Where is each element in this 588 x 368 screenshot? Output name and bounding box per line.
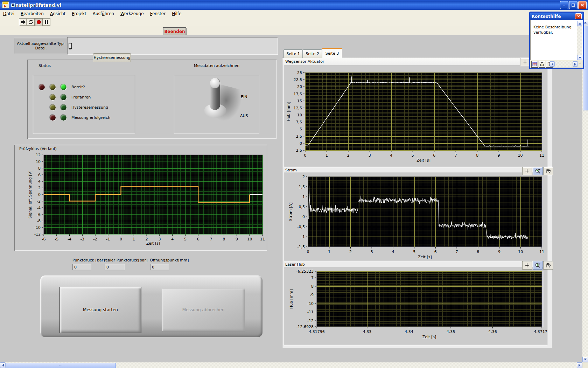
messung-starten-button[interactable]: Messung starten — [59, 287, 141, 333]
kontexthilfe-scroll-left-icon[interactable] — [550, 61, 555, 67]
svg-text:12,5: 12,5 — [294, 106, 302, 110]
svg-text:9: 9 — [498, 250, 500, 254]
menu-item-ausführen[interactable]: Ausführen — [90, 11, 117, 17]
svg-text:2: 2 — [349, 250, 352, 254]
svg-text:11: 11 — [539, 153, 544, 158]
vertical-scrollbar[interactable] — [582, 20, 588, 362]
title-bar[interactable]: Einstellprüfstand.vi — [0, 0, 588, 10]
scroll-right-icon[interactable] — [577, 362, 582, 368]
svg-text:11: 11 — [539, 250, 544, 254]
field-label: Öffnungspunkt[mm] — [150, 258, 189, 263]
abort-icon[interactable] — [35, 18, 43, 26]
svg-text:4: 4 — [390, 153, 392, 158]
scroll-down-icon[interactable] — [582, 357, 588, 362]
kontexthilfe-scroll-down-icon[interactable] — [577, 55, 582, 60]
menu-bar: DateiBearbeitenAnsichtProjektAusführenWe… — [0, 10, 588, 18]
menu-item-hilfe[interactable]: Hilfe — [169, 11, 184, 17]
typ-datei-path-field[interactable] — [67, 37, 278, 55]
svg-text:-6: -6 — [42, 237, 46, 241]
kontexthilfe-title: Kontexthilfe — [532, 14, 561, 19]
page-tab-1[interactable]: Seite 1 — [284, 49, 303, 58]
svg-text:-12,6928: -12,6928 — [296, 325, 314, 329]
kontexthilfe-close-icon[interactable] — [575, 13, 582, 19]
kontexthilfe-title-bar[interactable]: Kontexthilfe — [530, 13, 583, 20]
status-label: Messung erfolgreich — [71, 115, 110, 120]
svg-text:6: 6 — [433, 153, 435, 158]
strom-chart[interactable]: 21,510,50-0,5-1-1,501234567891011Zeit [s… — [284, 172, 547, 260]
svg-text:7: 7 — [456, 250, 458, 254]
zoom-icon[interactable] — [533, 261, 542, 270]
svg-text:3: 3 — [371, 250, 373, 254]
kontexthilfe-text: Keine Beschreibung verfügbar. — [533, 25, 572, 35]
run-icon[interactable] — [19, 18, 27, 26]
horizontal-scroll-thumb[interactable] — [6, 363, 116, 368]
minimize-button[interactable] — [560, 1, 568, 9]
pause-icon[interactable] — [42, 18, 50, 26]
tab-hysteresemessung[interactable]: Hysteresemessung — [93, 53, 131, 62]
zoom-icon[interactable] — [533, 167, 542, 175]
kontexthilfe-scroll-right-icon[interactable] — [573, 61, 578, 67]
labview-app-icon — [2, 1, 9, 8]
kontexthilfe-vscrollbar[interactable] — [577, 21, 582, 60]
svg-text:15: 15 — [297, 99, 302, 103]
connector-pane-icon[interactable] — [531, 61, 538, 68]
lock-icon[interactable] — [539, 61, 545, 68]
page-tab-2[interactable]: Seite 2 — [303, 49, 322, 58]
window-title: Einstellprüfstand.vi — [11, 2, 61, 8]
messdaten-toggle-switch[interactable] — [210, 78, 220, 110]
wegsensor-chart[interactable]: 2522,52017,51512,5107,552,50-2,501234567… — [284, 65, 547, 166]
menu-item-datei[interactable]: Datei — [0, 11, 18, 17]
horizontal-scrollbar[interactable] — [0, 362, 582, 368]
status-row: Freifahren — [33, 92, 135, 102]
graph-cursor-icon[interactable] — [522, 261, 532, 270]
menu-item-werkzeuge[interactable]: Werkzeuge — [117, 11, 147, 17]
svg-text:0: 0 — [307, 250, 309, 254]
field-label: Punktdruck [bar] — [72, 258, 105, 263]
led-dark-green — [61, 94, 66, 100]
numeric-indicator: 0 — [105, 264, 125, 270]
svg-text:2: 2 — [347, 153, 349, 158]
close-button[interactable] — [578, 1, 587, 9]
restore-button[interactable] — [569, 1, 578, 9]
menu-item-bearbeiten[interactable]: Bearbeiten — [18, 11, 47, 17]
menu-item-projekt[interactable]: Projekt — [69, 11, 89, 17]
svg-text:9: 9 — [236, 237, 238, 241]
svg-text:-2: -2 — [37, 199, 41, 204]
laserhub-chart[interactable]: -6,25323-7-8-9-10-11-12-12,69284,317964,… — [284, 267, 547, 345]
svg-text:1: 1 — [328, 250, 330, 254]
svg-text:4,31796: 4,31796 — [309, 329, 325, 334]
svg-text:-12: -12 — [34, 232, 41, 237]
svg-text:11: 11 — [260, 237, 265, 241]
svg-text:-2,5: -2,5 — [295, 148, 302, 153]
svg-text:5: 5 — [413, 250, 415, 254]
resize-grip-icon[interactable] — [579, 63, 580, 63]
pan-hand-icon[interactable] — [543, 167, 553, 175]
svg-text:Zeit [s]: Zeit [s] — [416, 158, 430, 163]
svg-text:Hub [mm]: Hub [mm] — [289, 289, 294, 309]
svg-text:22,5: 22,5 — [294, 77, 302, 82]
graph-cursor-icon[interactable] — [522, 167, 532, 175]
svg-text:-10: -10 — [34, 225, 41, 230]
kontexthilfe-hscroll-track[interactable] — [555, 61, 573, 67]
pruefzyklus-chart[interactable]: 121086420-2-4-6-8-10-12-6-5-4-3-2-101234… — [17, 151, 265, 249]
svg-text:1,5: 1,5 — [299, 185, 305, 189]
graph-cursor-icon[interactable] — [520, 58, 530, 66]
page-tab-3[interactable]: Seite 3 — [322, 48, 342, 58]
svg-text:-11: -11 — [307, 310, 314, 314]
svg-text:Hub [mm]: Hub [mm] — [286, 102, 291, 121]
kontexthilfe-window[interactable]: Kontexthilfe Keine Beschreibung verfügba… — [529, 12, 584, 69]
run-continuous-icon[interactable] — [27, 18, 35, 26]
led-dark-red — [39, 84, 45, 90]
pan-hand-icon[interactable] — [543, 261, 553, 270]
led-olive — [50, 104, 56, 110]
menu-item-fenster[interactable]: Fenster — [147, 11, 169, 17]
numeric-indicator: 0 — [72, 264, 91, 270]
svg-text:-4: -4 — [37, 206, 41, 210]
beenden-button[interactable]: Beenden — [163, 27, 186, 35]
svg-text:7: 7 — [455, 153, 457, 158]
kontexthilfe-scroll-up-icon[interactable] — [577, 21, 582, 26]
svg-text:Zeit [s]: Zeit [s] — [422, 335, 436, 339]
scroll-left-icon[interactable] — [0, 362, 6, 368]
menu-item-ansicht[interactable]: Ansicht — [47, 11, 69, 17]
svg-text:1: 1 — [326, 153, 328, 158]
